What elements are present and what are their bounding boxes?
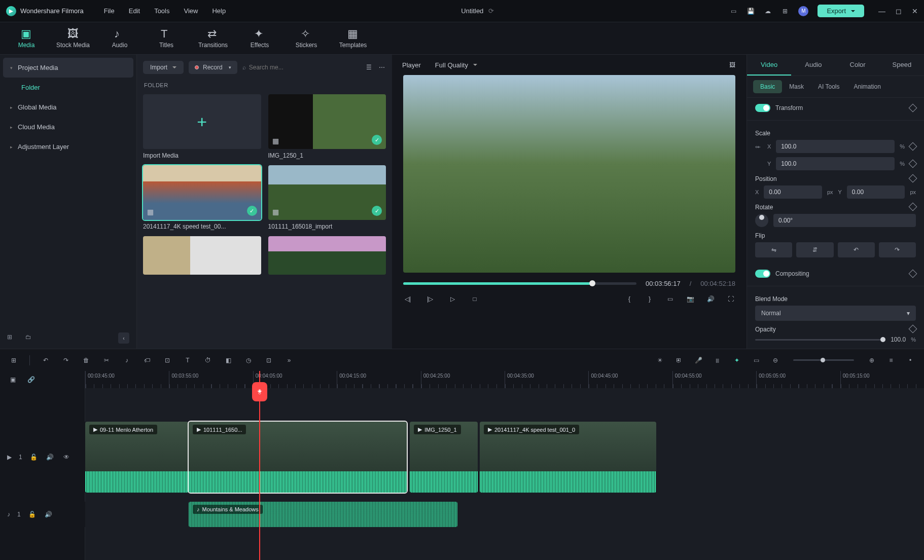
snap-icon[interactable]: • (906, 356, 915, 365)
video-track-content[interactable]: ▶09-11 Menlo Atherton▶101111_1650...▶IMG… (85, 422, 747, 493)
position-y-input[interactable] (852, 189, 900, 196)
save-icon[interactable]: 💾 (747, 7, 755, 15)
zoom-out-button[interactable]: ⊖ (771, 356, 780, 365)
sidebar-item-folder[interactable]: Folder (3, 78, 133, 97)
mute-track-icon[interactable]: 🔊 (46, 453, 55, 462)
aspect-icon[interactable]: ▭ (752, 356, 761, 365)
menu-tools[interactable]: Tools (154, 7, 169, 15)
prop-tab-audio[interactable]: Audio (791, 55, 835, 76)
timeline-mode-icon[interactable]: ▣ (8, 375, 17, 384)
rotate-input[interactable] (778, 217, 911, 224)
tab-media[interactable]: ▣Media (4, 25, 49, 52)
blend-mode-select[interactable]: Normal▾ (755, 306, 916, 321)
new-bin-icon[interactable]: ⊞ (7, 333, 16, 343)
prev-frame-button[interactable]: ◁| (403, 294, 412, 304)
playhead[interactable] (259, 371, 260, 560)
window-close-button[interactable]: ✕ (912, 7, 918, 15)
tab-titles[interactable]: TTitles (144, 25, 189, 52)
prop-tab-video[interactable]: Video (747, 55, 791, 76)
import-media-card[interactable]: + Import Media (143, 94, 261, 159)
snapshot-view-icon[interactable]: 🖼 (728, 61, 736, 69)
keyframe-icon[interactable] (909, 203, 917, 211)
mark-out-button[interactable]: } (645, 294, 654, 304)
scrub-handle[interactable] (589, 280, 595, 286)
rotate-dial[interactable] (755, 214, 768, 227)
timeline-ruler[interactable]: 00:03:45:0000:03:55:00 00:04:05:0000:04:… (85, 371, 924, 388)
cloud-icon[interactable]: ☁ (764, 7, 772, 15)
fit-icon[interactable]: ⊡ (264, 356, 273, 365)
preview-canvas[interactable] (403, 75, 735, 273)
scale-x-input[interactable] (781, 143, 890, 150)
marker-style-icon[interactable]: ✦ (732, 356, 741, 365)
keyframe-icon[interactable] (909, 270, 917, 278)
collapse-sidebar-button[interactable]: ‹ (118, 332, 129, 344)
link-icon[interactable]: ⬰ (755, 143, 762, 150)
duration-icon[interactable]: ◷ (244, 356, 253, 365)
tab-audio[interactable]: ♪Audio (97, 25, 142, 52)
transform-toggle[interactable] (755, 104, 770, 112)
video-clip[interactable]: ▶101111_1650... (189, 422, 407, 493)
tag-icon[interactable]: 🏷 (143, 356, 152, 365)
hide-track-icon[interactable]: 👁 (62, 453, 71, 462)
apps-icon[interactable]: ⊞ (781, 7, 789, 15)
position-x-input[interactable] (769, 189, 817, 196)
keyframe-icon[interactable] (909, 104, 917, 113)
export-button[interactable]: Export (818, 5, 864, 17)
video-clip[interactable]: ▶IMG_1250_1 (410, 422, 478, 493)
split-button[interactable]: ✂ (102, 356, 111, 365)
zoom-slider[interactable] (793, 359, 854, 361)
volume-icon[interactable]: 🔊 (706, 294, 715, 304)
rotate-ccw-button[interactable]: ↶ (838, 242, 875, 257)
text-tool-icon[interactable]: T (183, 356, 192, 365)
opacity-slider[interactable] (755, 339, 885, 341)
menu-help[interactable]: Help (212, 7, 226, 15)
menu-view[interactable]: View (184, 7, 198, 15)
mark-in-button[interactable]: { (625, 294, 634, 304)
prop-tab-speed[interactable]: Speed (880, 55, 924, 76)
menu-file[interactable]: File (104, 7, 115, 15)
subtab-animation[interactable]: Animation (846, 80, 887, 93)
menu-edit[interactable]: Edit (129, 7, 140, 15)
media-item[interactable]: ▦✓ IMG_1250_1 (268, 94, 386, 159)
prop-tab-color[interactable]: Color (836, 55, 880, 76)
undo-button[interactable]: ↶ (41, 356, 50, 365)
display-settings-icon[interactable]: ▭ (665, 294, 674, 304)
layout-icon[interactable]: ⊞ (9, 356, 18, 365)
subtab-ai-tools[interactable]: AI Tools (811, 80, 846, 93)
media-item[interactable]: ▦✓ 20141117_4K speed test_00... (143, 165, 261, 230)
tab-templates[interactable]: ▦Templates (331, 25, 375, 52)
mixer-icon[interactable]: ⫼ (713, 356, 722, 365)
account-avatar[interactable]: M (798, 6, 808, 16)
flip-horizontal-button[interactable]: ⇋ (755, 242, 792, 257)
more-icon[interactable]: ⋯ (378, 63, 386, 71)
track-size-icon[interactable]: ≡ (886, 356, 896, 365)
keyframe-icon[interactable] (909, 325, 917, 333)
flip-vertical-button[interactable]: ⇵ (796, 242, 833, 257)
media-item[interactable] (268, 236, 386, 275)
audio-clip[interactable]: ♪Mountains & Meadows (189, 502, 457, 527)
tab-stock-media[interactable]: 🖼Stock Media (51, 25, 95, 52)
stop-button[interactable]: □ (470, 294, 479, 304)
highlight-icon[interactable]: ☀ (655, 356, 664, 365)
sidebar-item-global-media[interactable]: ▸Global Media (3, 97, 133, 117)
delete-button[interactable]: 🗑 (82, 356, 91, 365)
zoom-in-button[interactable]: ⊕ (867, 356, 876, 365)
slider-handle[interactable] (821, 358, 825, 362)
crop-icon[interactable]: ⊡ (163, 356, 172, 365)
keyframe-icon[interactable] (909, 160, 917, 168)
record-dropdown[interactable]: Record▾ (189, 61, 237, 74)
scrub-bar[interactable] (403, 282, 636, 285)
video-clip[interactable]: ▶20141117_4K speed test_001_0 (480, 422, 656, 493)
player-tab[interactable]: Player (402, 61, 421, 69)
rotate-cw-button[interactable]: ↷ (879, 242, 916, 257)
media-item[interactable] (143, 236, 261, 275)
tab-effects[interactable]: ✦Effects (237, 25, 282, 52)
shield-icon[interactable]: ⛨ (674, 356, 684, 365)
link-clips-icon[interactable]: 🔗 (26, 375, 35, 384)
more-tools-icon[interactable]: » (285, 356, 294, 365)
play-pause-button[interactable]: |▷ (425, 294, 435, 304)
keyframe-icon[interactable] (909, 142, 917, 151)
play-button[interactable]: ▷ (448, 294, 457, 304)
slider-handle[interactable] (880, 337, 885, 342)
redo-button[interactable]: ↷ (61, 356, 70, 365)
